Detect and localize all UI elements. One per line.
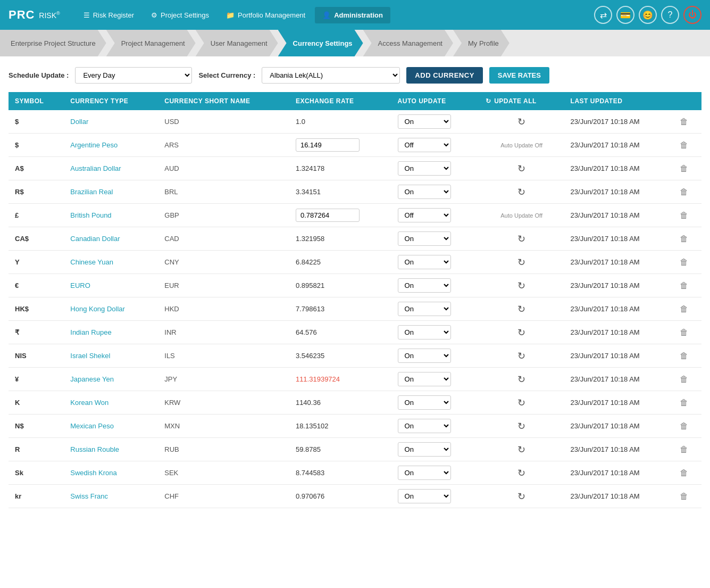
auto-update-select[interactable]: OnOff (398, 325, 451, 339)
delete-button[interactable]: 🗑 (680, 328, 688, 337)
add-currency-button[interactable]: ADD CURRENCY (406, 67, 482, 84)
cell-delete[interactable]: 🗑 (673, 251, 701, 274)
breadcrumb-project-management[interactable]: Project Management (106, 30, 196, 56)
cell-auto-update[interactable]: OnOff (391, 485, 479, 508)
auto-update-select[interactable]: OnOff (398, 138, 451, 152)
cell-auto-update[interactable]: OnOff (391, 368, 479, 391)
user-btn[interactable]: 😊 (639, 6, 657, 24)
cell-auto-update[interactable]: OnOff (391, 297, 479, 321)
auto-update-select[interactable]: OnOff (398, 372, 451, 386)
cell-auto-update[interactable]: OnOff (391, 415, 479, 438)
delete-button[interactable]: 🗑 (680, 375, 688, 384)
cell-delete[interactable]: 🗑 (673, 415, 701, 438)
cell-auto-update[interactable]: OnOff (391, 321, 479, 344)
refresh-button[interactable]: ↻ (517, 280, 525, 292)
cell-delete[interactable]: 🗑 (673, 321, 701, 344)
cell-delete[interactable]: 🗑 (673, 461, 701, 485)
delete-button[interactable]: 🗑 (680, 398, 688, 408)
cell-delete[interactable]: 🗑 (673, 391, 701, 415)
refresh-button[interactable]: ↻ (517, 491, 525, 502)
billing-btn[interactable]: 💳 (616, 6, 634, 24)
power-btn[interactable]: ⏻ (683, 6, 701, 24)
cell-auto-update[interactable]: OnOff (391, 344, 479, 368)
cell-auto-update[interactable]: OnOff (391, 274, 479, 297)
rate-input-field[interactable] (296, 209, 360, 222)
refresh-button[interactable]: ↻ (517, 116, 525, 128)
cell-delete[interactable]: 🗑 (673, 274, 701, 297)
delete-button[interactable]: 🗑 (680, 211, 688, 220)
nav-project-settings[interactable]: ⚙ Project Settings (144, 7, 216, 23)
cell-delete[interactable]: 🗑 (673, 485, 701, 508)
auto-update-select[interactable]: OnOff (398, 419, 451, 433)
auto-update-select[interactable]: OnOff (398, 255, 451, 269)
cell-auto-update[interactable]: OnOff (391, 438, 479, 461)
currency-select[interactable]: Albania Lek(ALL) (262, 67, 400, 84)
refresh-button[interactable]: ↻ (517, 444, 525, 456)
rate-input-field[interactable] (296, 138, 360, 152)
nav-risk-register[interactable]: ☰ Risk Register (76, 7, 141, 23)
delete-button[interactable]: 🗑 (680, 164, 688, 173)
refresh-button[interactable]: ↻ (517, 163, 525, 175)
cell-delete[interactable]: 🗑 (673, 227, 701, 251)
cell-auto-update[interactable]: OnOff (391, 227, 479, 251)
auto-update-select[interactable]: OnOff (398, 114, 451, 129)
cell-delete[interactable]: 🗑 (673, 110, 701, 134)
delete-button[interactable]: 🗑 (680, 421, 688, 431)
auto-update-select[interactable]: OnOff (398, 278, 451, 293)
refresh-button[interactable]: ↻ (517, 467, 525, 479)
cell-delete[interactable]: 🗑 (673, 204, 701, 227)
refresh-button[interactable]: ↻ (517, 256, 525, 268)
cell-auto-update[interactable]: OnOff (391, 391, 479, 415)
auto-update-select[interactable]: OnOff (398, 208, 451, 222)
delete-button[interactable]: 🗑 (680, 445, 688, 454)
cell-auto-update[interactable]: OnOff (391, 251, 479, 274)
breadcrumb-user-management[interactable]: User Management (196, 30, 278, 56)
breadcrumb-currency-settings[interactable]: Currency Settings (278, 30, 363, 56)
breadcrumb-my-profile[interactable]: My Profile (453, 30, 509, 56)
refresh-button[interactable]: ↻ (517, 186, 525, 198)
cell-auto-update[interactable]: OnOff (391, 110, 479, 134)
cell-delete[interactable]: 🗑 (673, 344, 701, 368)
cell-delete[interactable]: 🗑 (673, 157, 701, 180)
refresh-button[interactable]: ↻ (517, 350, 525, 362)
delete-button[interactable]: 🗑 (680, 351, 688, 361)
auto-update-select[interactable]: OnOff (398, 231, 451, 246)
save-rates-button[interactable]: SAVE RATES (489, 67, 549, 84)
refresh-button[interactable]: ↻ (517, 374, 525, 385)
refresh-button[interactable]: ↻ (517, 397, 525, 409)
cell-auto-update[interactable]: OnOff (391, 204, 479, 227)
delete-button[interactable]: 🗑 (680, 304, 688, 314)
delete-button[interactable]: 🗑 (680, 117, 688, 127)
refresh-button[interactable]: ↻ (517, 327, 525, 338)
toggle-btn[interactable]: ⇄ (594, 6, 612, 24)
delete-button[interactable]: 🗑 (680, 140, 688, 150)
delete-button[interactable]: 🗑 (680, 258, 688, 267)
cell-exchange-rate[interactable] (289, 134, 391, 157)
cell-delete[interactable]: 🗑 (673, 438, 701, 461)
cell-auto-update[interactable]: OnOff (391, 180, 479, 204)
auto-update-select[interactable]: OnOff (398, 161, 451, 176)
delete-button[interactable]: 🗑 (680, 234, 688, 244)
auto-update-select[interactable]: OnOff (398, 349, 451, 363)
nav-administration[interactable]: 👤 Administration (315, 7, 390, 23)
auto-update-select[interactable]: OnOff (398, 466, 451, 480)
breadcrumb-enterprise[interactable]: Enterprise Project Structure (0, 30, 106, 56)
schedule-select[interactable]: Every DayEvery WeekEvery Month (75, 67, 192, 84)
auto-update-select[interactable]: OnOff (398, 442, 451, 457)
breadcrumb-access-management[interactable]: Access Management (363, 30, 453, 56)
cell-delete[interactable]: 🗑 (673, 134, 701, 157)
delete-button[interactable]: 🗑 (680, 492, 688, 501)
auto-update-select[interactable]: OnOff (398, 302, 451, 316)
auto-update-select[interactable]: OnOff (398, 185, 451, 199)
cell-auto-update[interactable]: OnOff (391, 134, 479, 157)
cell-auto-update[interactable]: OnOff (391, 157, 479, 180)
help-btn[interactable]: ? (661, 6, 679, 24)
cell-delete[interactable]: 🗑 (673, 180, 701, 204)
nav-portfolio-management[interactable]: 📁 Portfolio Management (219, 7, 313, 23)
auto-update-select[interactable]: OnOff (398, 395, 451, 410)
refresh-button[interactable]: ↻ (517, 303, 525, 315)
refresh-button[interactable]: ↻ (517, 233, 525, 245)
update-all-button[interactable]: ↻ UPDATE ALL (486, 97, 558, 105)
refresh-button[interactable]: ↻ (517, 420, 525, 432)
auto-update-select[interactable]: OnOff (398, 489, 451, 503)
